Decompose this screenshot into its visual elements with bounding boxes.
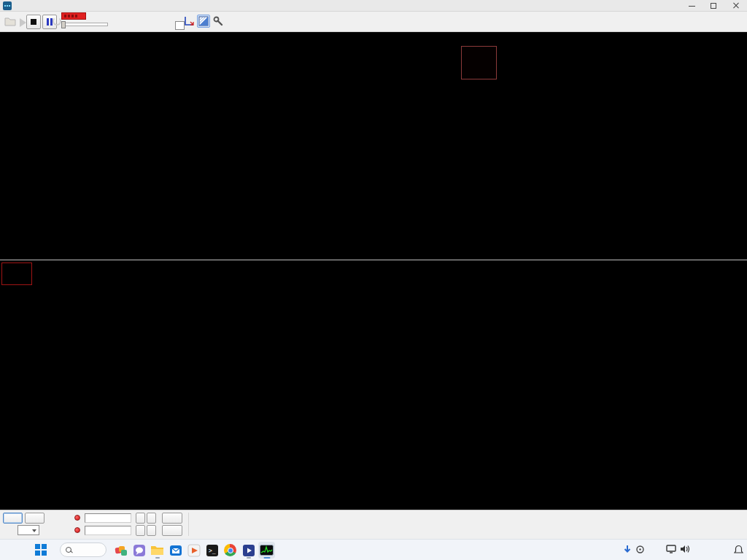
ovl1-indicator xyxy=(74,515,80,521)
display-settings-icon[interactable] xyxy=(197,15,210,28)
tray-dial-icon[interactable] xyxy=(635,545,645,554)
divider xyxy=(188,513,189,536)
config-wrench-icon[interactable] xyxy=(212,15,225,28)
rms-button[interactable] xyxy=(162,525,182,536)
ovl1-s-button[interactable] xyxy=(147,513,156,524)
wavespectra-window: >_ xyxy=(0,0,747,560)
ovl1-l-button[interactable] xyxy=(136,513,145,524)
svg-text:>_: >_ xyxy=(209,548,216,554)
record-lamp xyxy=(61,12,86,20)
taskbar: >_ xyxy=(0,539,747,560)
maximize-icon xyxy=(711,3,716,9)
close-button[interactable] xyxy=(725,0,747,12)
movies-icon[interactable] xyxy=(240,542,257,559)
chrome-icon[interactable] xyxy=(222,542,239,559)
spectrum-plot xyxy=(0,260,746,510)
minimize-icon xyxy=(689,6,695,7)
title-bar xyxy=(0,0,747,12)
terminal-icon[interactable]: >_ xyxy=(204,542,220,559)
peak-readout-box xyxy=(461,46,497,79)
file-explorer-icon[interactable] xyxy=(149,542,166,559)
level-meter-bars xyxy=(461,79,497,257)
system-tray xyxy=(616,540,747,560)
notification-bell-icon[interactable] xyxy=(734,545,743,555)
ovl2-field[interactable] xyxy=(85,526,131,535)
max-readout-box xyxy=(1,262,32,285)
colorful-app-icon[interactable] xyxy=(112,542,129,559)
start-button[interactable] xyxy=(35,544,47,556)
peak-button[interactable] xyxy=(25,513,44,524)
tray-download-icon[interactable] xyxy=(623,545,632,555)
taskbar-search[interactable] xyxy=(60,542,107,557)
speaker-icon[interactable] xyxy=(680,545,690,553)
chat-icon[interactable] xyxy=(131,542,147,559)
control-bar xyxy=(0,510,747,539)
wavespectra-taskbar-icon[interactable] xyxy=(258,542,275,559)
ovl1-field[interactable] xyxy=(85,513,131,523)
search-icon xyxy=(66,547,72,553)
maximize-button[interactable] xyxy=(703,0,725,12)
minimize-button[interactable] xyxy=(681,0,703,12)
app-icon xyxy=(3,1,12,10)
position-slider[interactable] xyxy=(61,23,108,26)
main-button[interactable] xyxy=(3,513,23,524)
toolbar xyxy=(0,12,747,32)
level-meter-panel xyxy=(461,46,497,257)
spectrum-panel xyxy=(0,260,747,510)
ovl2-l-button[interactable] xyxy=(136,525,145,536)
stop-button[interactable] xyxy=(26,15,41,29)
media-player-icon[interactable] xyxy=(185,542,202,559)
display-tray-icon[interactable] xyxy=(666,545,676,553)
top-display-panel xyxy=(0,32,747,260)
avg-select[interactable] xyxy=(18,525,39,535)
ovl2-s-button[interactable] xyxy=(147,525,156,536)
axis-settings-icon[interactable] xyxy=(182,15,196,28)
ovl2-indicator xyxy=(74,527,80,533)
play-icon[interactable] xyxy=(20,18,26,27)
slider-thumb[interactable] xyxy=(61,21,66,28)
loop-icon[interactable] xyxy=(53,17,61,26)
mail-icon[interactable] xyxy=(167,542,184,559)
thd-button[interactable] xyxy=(162,513,182,524)
open-file-icon[interactable] xyxy=(4,16,17,27)
lissajous-scope xyxy=(290,34,457,257)
